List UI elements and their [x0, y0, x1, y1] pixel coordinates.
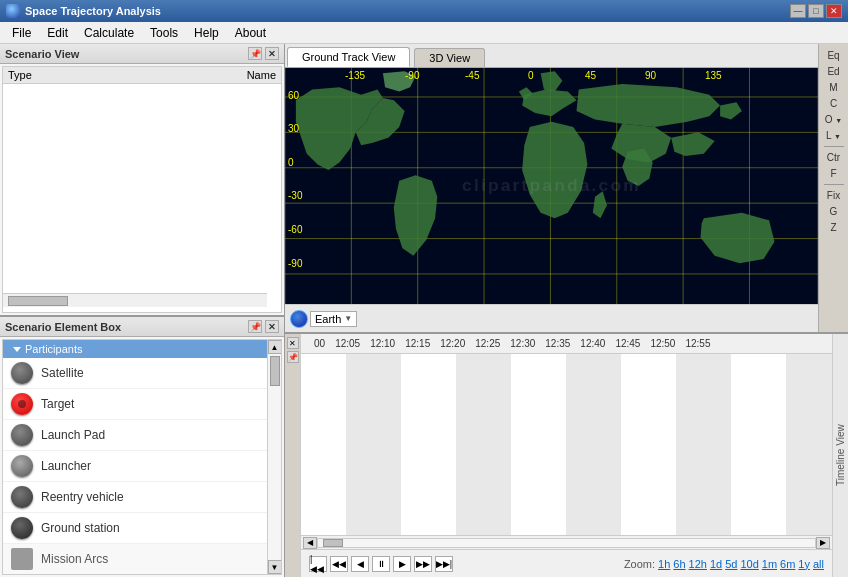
side-btn-m[interactable]: M: [822, 80, 846, 95]
element-close-button[interactable]: ✕: [265, 320, 279, 333]
scenario-content: Type Name: [2, 66, 282, 313]
dropdown-arrow-icon: ▼: [344, 314, 352, 323]
zoom-6h[interactable]: 6h: [673, 558, 685, 570]
menu-tools[interactable]: Tools: [142, 24, 186, 42]
scenario-scroll-area: [3, 84, 281, 307]
side-btn-o[interactable]: O ▼: [822, 112, 846, 127]
time-1250: 12:50: [645, 338, 680, 349]
zoom-12h[interactable]: 12h: [689, 558, 707, 570]
mission-icon: [11, 548, 33, 570]
list-item[interactable]: Mission Arcs: [3, 544, 267, 574]
list-item[interactable]: Launcher: [3, 451, 267, 482]
timeline-header: 00 12:05 12:10 12:15 12:20 12:25 12:30 1…: [301, 334, 832, 354]
list-item[interactable]: Reentry vehicle: [3, 482, 267, 513]
side-btn-fix[interactable]: Fix: [822, 188, 846, 203]
earth-dropdown[interactable]: Earth ▼: [310, 311, 357, 327]
zoom-6m[interactable]: 6m: [780, 558, 795, 570]
side-panel: Eq Ed M C O ▼ L ▼ Ctr F Fix G Z: [818, 44, 848, 332]
side-btn-f[interactable]: F: [822, 166, 846, 181]
menu-about[interactable]: About: [227, 24, 274, 42]
time-1215: 12:15: [400, 338, 435, 349]
zoom-1d[interactable]: 1d: [710, 558, 722, 570]
scenario-view-title: Scenario View: [5, 48, 79, 60]
timeline-scroll-track: [317, 538, 816, 548]
btn-play[interactable]: ▶: [393, 556, 411, 572]
element-scrollbar[interactable]: ▲ ▼: [267, 340, 281, 574]
tab-3d-view[interactable]: 3D View: [414, 48, 485, 67]
earth-label: Earth: [315, 313, 341, 325]
side-btn-ed[interactable]: Ed: [822, 64, 846, 79]
scenario-h-scrollbar[interactable]: [3, 293, 267, 307]
scroll-down-arrow[interactable]: ▼: [268, 560, 282, 574]
map-footer: Earth ▼: [285, 304, 818, 332]
app-title: Space Trajectory Analysis: [25, 5, 161, 17]
maximize-button[interactable]: □: [808, 4, 824, 18]
playback-controls: |◀◀ ◀◀ ◀ ⏸ ▶ ▶▶ ▶▶|: [309, 556, 453, 572]
time-1210: 12:10: [365, 338, 400, 349]
lon-label-n135: -135: [345, 70, 365, 81]
earth-map-svg: clipartpanda.com: [285, 68, 818, 304]
timeline-scroll-right[interactable]: ▶: [816, 537, 830, 549]
map-display: clipartpanda.com 60 30 0 -30 -60 -90 -13…: [285, 68, 818, 304]
zoom-1m[interactable]: 1m: [762, 558, 777, 570]
list-item[interactable]: Target: [3, 389, 267, 420]
scenario-close-button[interactable]: ✕: [265, 47, 279, 60]
scenario-scroll-thumb[interactable]: [8, 296, 68, 306]
l-dropdown-icon: ▼: [834, 133, 841, 140]
menu-help[interactable]: Help: [186, 24, 227, 42]
timeline-close-btn[interactable]: ✕: [287, 337, 299, 349]
element-list: Participants Satellite Target L: [3, 340, 267, 574]
side-btn-ctr[interactable]: Ctr: [822, 150, 846, 165]
zoom-1y[interactable]: 1y: [798, 558, 810, 570]
btn-next-fast[interactable]: ▶▶: [414, 556, 432, 572]
timeline-scroll-left[interactable]: ◀: [303, 537, 317, 549]
zoom-all[interactable]: all: [813, 558, 824, 570]
scroll-up-arrow[interactable]: ▲: [268, 340, 282, 354]
left-panel: Scenario View 📌 ✕ Type Name: [0, 44, 285, 577]
menu-calculate[interactable]: Calculate: [76, 24, 142, 42]
item-label-launcher: Launcher: [41, 459, 91, 473]
minimize-button[interactable]: —: [790, 4, 806, 18]
participants-header[interactable]: Participants: [3, 340, 267, 358]
side-btn-eq[interactable]: Eq: [822, 48, 846, 63]
main-layout: Scenario View 📌 ✕ Type Name: [0, 44, 848, 577]
timeline-controls: |◀◀ ◀◀ ◀ ⏸ ▶ ▶▶ ▶▶| Zoom: 1h 6h 12h 1d: [301, 549, 832, 577]
element-box-title: Scenario Element Box: [5, 321, 121, 333]
time-1240: 12:40: [575, 338, 610, 349]
earth-selector[interactable]: Earth ▼: [290, 310, 357, 328]
btn-to-end[interactable]: ▶▶|: [435, 556, 453, 572]
timeline-pin-btn[interactable]: 📌: [287, 351, 299, 363]
menu-file[interactable]: File: [4, 24, 39, 42]
item-label-satellite: Satellite: [41, 366, 84, 380]
zoom-5d[interactable]: 5d: [725, 558, 737, 570]
list-item[interactable]: Satellite: [3, 358, 267, 389]
scenario-pin-button[interactable]: 📌: [248, 47, 262, 60]
list-item[interactable]: Ground station: [3, 513, 267, 544]
side-btn-z[interactable]: Z: [822, 220, 846, 235]
menu-edit[interactable]: Edit: [39, 24, 76, 42]
list-item[interactable]: Launch Pad: [3, 420, 267, 451]
side-btn-g[interactable]: G: [822, 204, 846, 219]
btn-prev-fast[interactable]: ◀◀: [330, 556, 348, 572]
timeline-h-scrollbar: ◀ ▶: [301, 535, 832, 549]
btn-prev[interactable]: ◀: [351, 556, 369, 572]
tab-ground-track[interactable]: Ground Track View: [287, 47, 410, 67]
time-1205: 12:05: [330, 338, 365, 349]
scroll-thumb-vertical[interactable]: [270, 356, 280, 386]
side-btn-l[interactable]: L ▼: [822, 128, 846, 143]
time-1225: 12:25: [470, 338, 505, 349]
zoom-10d[interactable]: 10d: [740, 558, 758, 570]
close-button[interactable]: ✕: [826, 4, 842, 18]
time-1220: 12:20: [435, 338, 470, 349]
zoom-1h[interactable]: 1h: [658, 558, 670, 570]
scenario-view: Scenario View 📌 ✕ Type Name: [0, 44, 284, 317]
time-00: 00: [309, 338, 330, 349]
element-pin-button[interactable]: 📌: [248, 320, 262, 333]
timeline-scroll-thumb[interactable]: [323, 539, 343, 547]
scenario-view-header: Scenario View 📌 ✕: [0, 44, 284, 64]
btn-pause[interactable]: ⏸: [372, 556, 390, 572]
side-btn-c[interactable]: C: [822, 96, 846, 111]
btn-to-start[interactable]: |◀◀: [309, 556, 327, 572]
lat-label-60: 60: [288, 90, 299, 101]
timeline-sidebar-label: Timeline View: [832, 334, 848, 577]
